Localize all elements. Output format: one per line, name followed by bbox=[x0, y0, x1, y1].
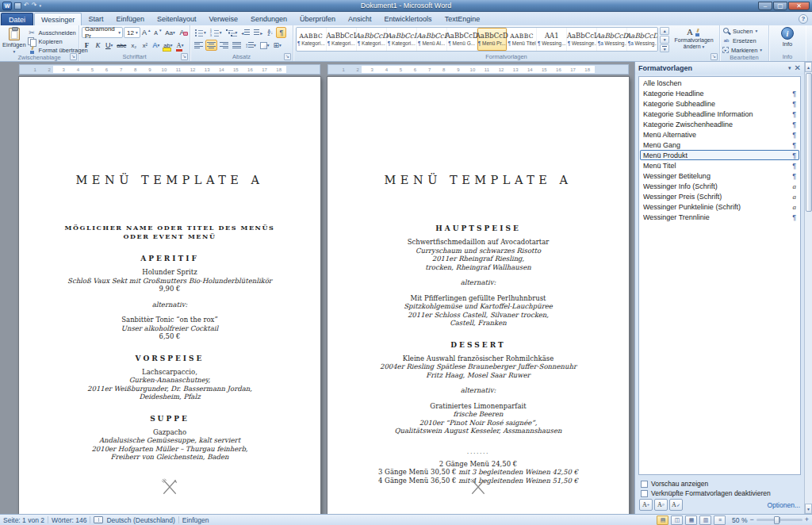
numbering-button[interactable]: ▾ bbox=[209, 27, 224, 38]
gallery-more-icon[interactable]: ▼ bbox=[660, 44, 669, 52]
borders-button[interactable]: ⊞▾ bbox=[272, 40, 283, 51]
zoom-out-button[interactable]: − bbox=[749, 516, 753, 523]
tab-wessinger[interactable]: Wessinger bbox=[34, 13, 82, 25]
style-item[interactable]: Kategorie Zwischenheadline¶ bbox=[640, 119, 799, 129]
gallery-up-icon[interactable]: ▲ bbox=[660, 27, 669, 35]
info-button[interactable]: i Info bbox=[781, 27, 794, 48]
shading-button[interactable]: ▾ bbox=[259, 40, 271, 51]
proofing-icon[interactable] bbox=[94, 516, 103, 523]
tab-einfügen[interactable]: Einfügen bbox=[109, 13, 151, 25]
underline-button[interactable]: U▾ bbox=[104, 40, 114, 51]
style-gallery-item[interactable]: AaBbCcI¶ Kategori... bbox=[327, 28, 357, 51]
horizontal-ruler[interactable]: 123456789101112131415161718 123456789101… bbox=[0, 64, 634, 75]
align-center-button[interactable] bbox=[205, 40, 217, 51]
clipboard-dialog-launcher[interactable]: ↘ bbox=[70, 53, 77, 60]
replace-button[interactable]: abErsetzen bbox=[722, 36, 766, 44]
align-right-button[interactable] bbox=[218, 40, 230, 51]
qat-dropdown-icon[interactable]: ▾ bbox=[39, 2, 41, 10]
line-spacing-button[interactable]: ↕▾ bbox=[243, 40, 258, 51]
web-layout-view-button[interactable]: ▦ bbox=[685, 515, 697, 525]
new-style-button[interactable]: A+ bbox=[639, 499, 653, 511]
style-gallery-item[interactable]: AaBbCcD¶ Kategori... bbox=[357, 28, 387, 51]
style-item[interactable]: Alle löschen bbox=[640, 78, 799, 88]
style-item[interactable]: Kategorie Headline¶ bbox=[640, 88, 799, 98]
tab-entwicklertools[interactable]: Entwicklertools bbox=[378, 13, 439, 25]
gallery-down-icon[interactable]: ▼ bbox=[660, 36, 669, 44]
scroll-down-icon[interactable]: ▼ bbox=[805, 504, 812, 514]
tab-überprüfen[interactable]: Überprüfen bbox=[293, 13, 342, 25]
pane-menu-icon[interactable]: ▾ bbox=[788, 65, 791, 71]
tab-textengine[interactable]: TextEngine bbox=[439, 13, 487, 25]
style-gallery-item[interactable]: AABBC¶ Menü Titel bbox=[508, 28, 538, 51]
style-item[interactable]: Wessinger Info (Schrift)a bbox=[640, 181, 799, 191]
undo-icon[interactable]: ↶ bbox=[24, 2, 29, 10]
zoom-in-button[interactable]: + bbox=[805, 516, 809, 523]
tab-verweise[interactable]: Verweise bbox=[202, 13, 244, 25]
zoom-level[interactable]: 50 % bbox=[728, 516, 747, 524]
document-scrollbar[interactable]: ▲ ▼ bbox=[804, 62, 812, 514]
align-left-button[interactable] bbox=[193, 40, 205, 51]
paragraph-dialog-launcher[interactable]: ↘ bbox=[284, 53, 291, 60]
sort-button[interactable]: AZ↓ bbox=[265, 27, 275, 38]
scroll-thumb[interactable] bbox=[806, 73, 812, 212]
manage-styles-button[interactable]: A✓ bbox=[669, 499, 683, 511]
increase-indent-button[interactable]: ▸ bbox=[252, 27, 264, 38]
subscript-button[interactable]: x₂ bbox=[128, 40, 139, 51]
style-item[interactable]: Menü Alternative¶ bbox=[640, 129, 799, 140]
show-formatting-marks-button[interactable]: ¶ bbox=[276, 27, 286, 38]
font-color-button[interactable]: A▾ bbox=[174, 40, 185, 51]
style-item[interactable]: Wessinger Punktelinie (Schrift)a bbox=[640, 201, 799, 212]
disable-linked-checkbox[interactable] bbox=[641, 490, 648, 497]
font-size-select[interactable]: 12▾ bbox=[124, 27, 140, 38]
bold-button[interactable]: F bbox=[82, 40, 92, 51]
shrink-font-button[interactable]: A▼ bbox=[153, 27, 163, 38]
maximize-button[interactable]: ▢ bbox=[773, 2, 787, 10]
insert-mode-indicator[interactable]: Einfügen bbox=[182, 516, 209, 524]
strikethrough-button[interactable]: abc bbox=[115, 40, 128, 51]
superscript-button[interactable]: x² bbox=[140, 40, 150, 51]
redo-icon[interactable]: ↷ bbox=[32, 2, 37, 10]
clear-formatting-button[interactable]: A bbox=[177, 27, 187, 38]
find-button[interactable]: Suchen▾ bbox=[722, 27, 766, 35]
word-count[interactable]: Wörter: 146 bbox=[52, 516, 86, 524]
styles-dialog-launcher[interactable]: ↘ bbox=[710, 53, 718, 60]
select-button[interactable]: ▸Markieren▾ bbox=[722, 46, 766, 54]
tab-start[interactable]: Start bbox=[82, 13, 109, 25]
options-link[interactable]: Optionen... bbox=[767, 501, 800, 509]
minimize-button[interactable]: – bbox=[758, 2, 772, 10]
fullscreen-reading-view-button[interactable]: ◫ bbox=[671, 515, 683, 525]
save-icon[interactable] bbox=[14, 2, 21, 10]
font-dialog-launcher[interactable]: ↘ bbox=[181, 53, 188, 60]
change-case-button[interactable]: Aa▾ bbox=[164, 27, 176, 38]
tab-sendungen[interactable]: Sendungen bbox=[244, 13, 293, 25]
style-gallery-item[interactable]: AaBbCcI¶ Menü Al... bbox=[417, 28, 447, 51]
style-gallery-item[interactable]: AABBC¶ Kategori... bbox=[297, 28, 327, 51]
draft-view-button[interactable]: ≡ bbox=[714, 515, 726, 525]
language-indicator[interactable]: Deutsch (Deutschland) bbox=[106, 516, 174, 524]
multilevel-list-button[interactable]: ▾ bbox=[224, 27, 239, 38]
style-item[interactable]: Wessinger Trennlinie¶ bbox=[640, 212, 799, 222]
outline-view-button[interactable]: ▥ bbox=[699, 515, 711, 525]
show-preview-checkbox[interactable] bbox=[641, 481, 648, 488]
style-gallery-item[interactable]: AaBbCcD¶a Wessing... bbox=[597, 28, 627, 51]
tab-datei[interactable]: Datei bbox=[1, 13, 33, 25]
page-2[interactable]: MENÜ TEMPLATE AHAUPTSPEISESchwertfischme… bbox=[327, 77, 629, 514]
style-item[interactable]: Kategorie Subheadline Information¶ bbox=[640, 109, 799, 119]
grow-font-button[interactable]: A▲ bbox=[141, 27, 152, 38]
style-item[interactable]: Kategorie Subheadline¶ bbox=[640, 98, 799, 109]
pane-close-icon[interactable]: ✕ bbox=[795, 64, 801, 72]
style-item[interactable]: Menü Titel¶ bbox=[640, 160, 799, 171]
style-item[interactable]: Wessinger Preis (Schrift)a bbox=[640, 191, 799, 201]
decrease-indent-button[interactable]: ◂ bbox=[239, 27, 251, 38]
paste-button[interactable]: Einfügen ▾ bbox=[2, 27, 26, 54]
tab-ansicht[interactable]: Ansicht bbox=[342, 13, 378, 25]
change-styles-button[interactable]: A Formatvorlagen ändern ▾ bbox=[671, 27, 717, 52]
style-item[interactable]: Menü Gang¶ bbox=[640, 140, 799, 150]
style-gallery-item[interactable]: AaBbCcD¶ Menü Pr... bbox=[477, 28, 508, 51]
style-item[interactable]: Wessinger Betitelung¶ bbox=[640, 171, 799, 181]
style-item[interactable]: Menü Produkt¶ bbox=[640, 150, 799, 160]
bullets-button[interactable]: ▾ bbox=[193, 27, 208, 38]
style-gallery-item[interactable]: AaBbCcD¶ Menü G... bbox=[447, 28, 477, 51]
text-effects-button[interactable]: A▾ bbox=[151, 40, 161, 51]
page-indicator[interactable]: Seite: 1 von 2 bbox=[3, 516, 44, 524]
